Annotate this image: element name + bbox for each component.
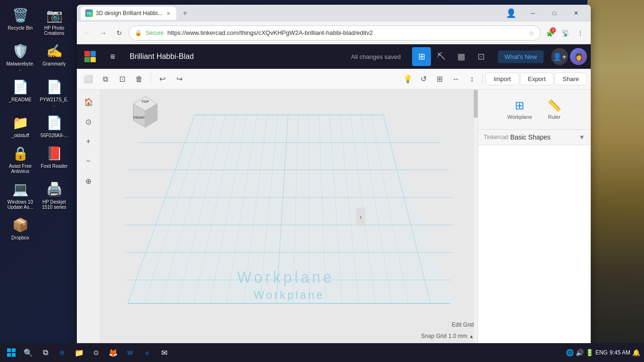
browser-tab-active[interactable]: TC 3D design Brilliant Habbi... ✕ bbox=[81, 7, 176, 20]
desktop-icon-recycle-bin[interactable]: 🗑️ Recycle Bin bbox=[4, 4, 37, 38]
browser-window: TC 3D design Brilliant Habbi... ✕ + 👤 ─ … bbox=[77, 5, 591, 344]
shapes-dropdown[interactable]: Tinkercad Basic Shapes ▼ bbox=[478, 129, 591, 145]
extensions-button[interactable]: 🧩 3 bbox=[544, 26, 557, 40]
malwarebytes-label: Malwarebyte... bbox=[6, 61, 35, 72]
desktop-icon-malwarebytes[interactable]: 🛡️ Malwarebyte... bbox=[4, 40, 37, 74]
bookmark-icon[interactable]: ☆ bbox=[528, 29, 535, 37]
tinkercad-logo[interactable] bbox=[77, 44, 103, 69]
nav-cube-container[interactable]: TOP FRONT bbox=[129, 94, 162, 134]
readme-icon: 📄 bbox=[11, 77, 30, 96]
user-area: 👤+ 👩 bbox=[547, 48, 591, 65]
desktop-icon-grammarly[interactable]: ✍️ Grammarly bbox=[38, 40, 71, 74]
taskbar-search-button[interactable]: 🔍 bbox=[21, 345, 36, 360]
hamburger-menu-button[interactable]: ≡ bbox=[103, 44, 122, 69]
export-button[interactable]: Export bbox=[520, 73, 554, 85]
volume-icon[interactable]: 🔊 bbox=[576, 349, 584, 356]
box-select-tool[interactable]: ⬜ bbox=[81, 72, 96, 87]
snap-grid-up-button[interactable]: ▲ bbox=[469, 334, 474, 339]
taskbar-right: 🌐 🔊 🔋 ENG 9:45 AM 🔔 bbox=[566, 349, 640, 356]
flip-h-tool[interactable]: ↔ bbox=[448, 72, 463, 87]
add-user-button[interactable]: 👤+ bbox=[551, 48, 568, 65]
desktop-icon-dropbox[interactable]: 📦 Dropbox bbox=[4, 214, 37, 242]
desktop-icon-56f028[interactable]: 📄 56F028A9-... bbox=[38, 111, 71, 140]
ruler-button[interactable]: 📏 Ruler bbox=[540, 95, 569, 123]
undo-tool[interactable]: ↩ bbox=[155, 72, 170, 87]
close-button[interactable]: ✕ bbox=[565, 5, 587, 22]
view-mode-group-button[interactable]: ⊡ bbox=[471, 47, 490, 66]
desktop-icon-pyw217s[interactable]: 📄 PYW217S_E... bbox=[38, 75, 71, 109]
taskbar-word-button[interactable]: W bbox=[123, 345, 138, 360]
taskbar-ie-button[interactable]: e bbox=[140, 345, 155, 360]
taskbar-time[interactable]: 9:45 AM bbox=[610, 349, 630, 356]
taskbar: 🔍 ⧉ e 📁 ⊙ 🦊 W e ✉ 🌐 🔊 🔋 ENG 9:45 AM 🔔 bbox=[0, 343, 644, 362]
align-tool[interactable]: ⊞ bbox=[432, 72, 447, 87]
workplane-button[interactable]: ⊞ Workplane bbox=[500, 95, 539, 123]
profile-button[interactable]: 👤 bbox=[500, 5, 522, 22]
nav-cube[interactable]: TOP FRONT bbox=[129, 94, 162, 132]
desktop-icon-windows10[interactable]: 💻 Windows 10Update As... bbox=[4, 178, 37, 212]
chromecast-button[interactable]: 📡 bbox=[559, 26, 572, 40]
menu-button[interactable]: ⋮ bbox=[574, 26, 587, 40]
zoom-out-button[interactable]: − bbox=[80, 153, 97, 170]
desktop-icon-hp-deskjet[interactable]: 🖨️ HP Deskjet1510 series bbox=[38, 178, 71, 212]
language-indicator[interactable]: ENG bbox=[595, 349, 608, 356]
56f028-icon: 📄 bbox=[45, 113, 64, 132]
network-icon[interactable]: 🌐 bbox=[566, 349, 574, 356]
canvas-area[interactable]: TOP FRONT bbox=[100, 90, 478, 344]
tab-title: 3D design Brilliant Habbi... bbox=[96, 10, 162, 16]
maximize-button[interactable]: □ bbox=[544, 5, 565, 22]
minimize-button[interactable]: ─ bbox=[522, 5, 544, 22]
mirror-tool[interactable]: ⊡ bbox=[115, 72, 130, 87]
canvas-scrollbar[interactable] bbox=[474, 90, 478, 344]
reload-button[interactable]: ↻ bbox=[113, 26, 126, 40]
view-mode-layers-button[interactable]: ▦ bbox=[452, 47, 471, 66]
tab-close-button[interactable]: ✕ bbox=[165, 10, 172, 16]
rotate-plane-tool[interactable]: ↺ bbox=[416, 72, 431, 87]
desktop-icon-foxit[interactable]: 📕 Foxit Reader bbox=[38, 142, 71, 176]
forward-button[interactable]: → bbox=[97, 26, 110, 40]
new-tab-button[interactable]: + bbox=[178, 7, 191, 20]
back-button[interactable]: ← bbox=[81, 26, 94, 40]
notification-icon[interactable]: 🔔 bbox=[632, 349, 640, 356]
avast-label: Avast FreeAntivirus bbox=[9, 164, 32, 174]
time-display: 9:45 AM bbox=[610, 349, 630, 356]
light-tool[interactable]: 💡 bbox=[400, 72, 415, 87]
right-panel: ⊞ Workplane 📏 Ruler Tinkercad Basic Shap… bbox=[478, 90, 591, 344]
taskbar-firefox-button[interactable]: 🦊 bbox=[106, 345, 121, 360]
home-view-button[interactable]: 🏠 bbox=[80, 93, 97, 110]
orbit-button[interactable]: ⊙ bbox=[80, 113, 97, 130]
dropdown-arrow-icon[interactable]: ▼ bbox=[578, 133, 585, 141]
desktop-icon-avast[interactable]: 🔒 Avast FreeAntivirus bbox=[4, 142, 37, 176]
desktop-icon-readme[interactable]: 📄 _README bbox=[4, 75, 37, 109]
design-title[interactable]: Brilliant Habbi-Blad bbox=[122, 52, 344, 61]
readme-label: _README bbox=[9, 97, 32, 102]
whats-new-button[interactable]: What's New bbox=[498, 50, 544, 63]
taskbar-edge-button[interactable]: e bbox=[55, 345, 70, 360]
taskbar-taskview-button[interactable]: ⧉ bbox=[38, 345, 53, 360]
url-text[interactable]: https://www.tinkercad.com/things/cXQvKHP… bbox=[167, 29, 525, 36]
duplicate-tool[interactable]: ⧉ bbox=[98, 72, 113, 87]
import-button[interactable]: Import bbox=[486, 73, 519, 85]
user-avatar[interactable]: 👩 bbox=[570, 48, 587, 65]
view-mode-grid-button[interactable]: ⊞ bbox=[412, 47, 431, 66]
start-button[interactable] bbox=[4, 345, 19, 360]
avatar-image: 👩 bbox=[575, 53, 583, 60]
mirror-v-tool[interactable]: ↕ bbox=[464, 72, 479, 87]
view-mode-build-button[interactable]: ⛏ bbox=[432, 47, 451, 66]
edit-grid-button[interactable]: Edit Grid bbox=[452, 321, 474, 328]
56f028-label: 56F028A9-... bbox=[41, 133, 68, 138]
fit-button[interactable]: ⊕ bbox=[80, 173, 97, 189]
address-bar[interactable]: 🔒 Secure https://www.tinkercad.com/thing… bbox=[129, 25, 541, 41]
delete-tool[interactable]: 🗑 bbox=[132, 72, 147, 87]
scrollbar-thumb[interactable] bbox=[474, 90, 478, 118]
taskbar-filemanager-button[interactable]: 📁 bbox=[72, 345, 87, 360]
desktop-icon-hp-photo[interactable]: 📷 HP PhotoCreations bbox=[38, 4, 71, 38]
redo-tool[interactable]: ↪ bbox=[172, 72, 187, 87]
panel-collapse-button[interactable]: › bbox=[356, 207, 365, 226]
taskbar-chrome-button[interactable]: ⊙ bbox=[89, 345, 104, 360]
taskbar-mail-button[interactable]: ✉ bbox=[157, 345, 172, 360]
zoom-in-button[interactable]: + bbox=[80, 133, 97, 150]
share-button[interactable]: Share bbox=[554, 73, 587, 85]
desktop-icon-oldstuff[interactable]: 📁 _oldstuff bbox=[4, 111, 37, 140]
battery-icon[interactable]: 🔋 bbox=[586, 349, 594, 356]
